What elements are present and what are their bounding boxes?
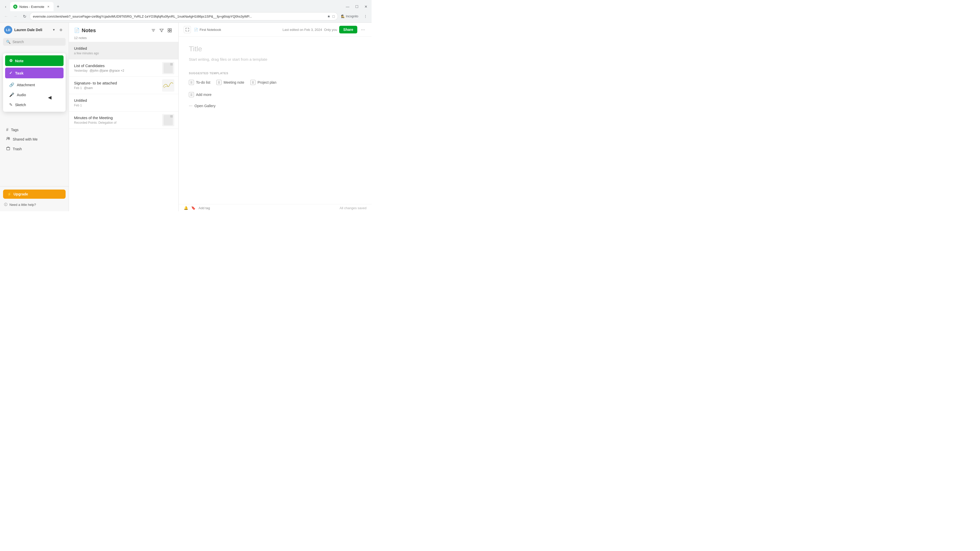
more-options-button[interactable]: ⋯ xyxy=(360,26,366,33)
editor-content[interactable]: Title Start writing, drag files or start… xyxy=(179,37,372,204)
extensions-button[interactable]: ⋮ xyxy=(361,12,369,21)
sidebar: LD Lauren Dale Deli ▼ ⚙ 🔍 Search ⚙ Note … xyxy=(0,23,69,211)
note-icon: ⚙ xyxy=(9,59,13,63)
add-tag-label: Add tag xyxy=(199,206,210,210)
note-title: Untitled xyxy=(74,98,173,103)
file-icon xyxy=(164,115,173,125)
tab-favicon: N xyxy=(13,5,18,9)
reminder-icon[interactable]: 🔔 xyxy=(184,206,188,210)
address-bar[interactable]: evernote.com/client/web?_sourcePage=ze9b… xyxy=(30,12,338,21)
add-more-button[interactable]: ☰ Add more xyxy=(189,91,361,98)
notes-title: Notes xyxy=(82,27,96,33)
trash-icon xyxy=(6,146,10,151)
note-meta: Yesterday @john @jane @grace +2 xyxy=(74,69,158,73)
search-placeholder: Search xyxy=(13,40,24,44)
attachment-icon: 🔗 xyxy=(9,83,14,87)
todo-label: To-do list xyxy=(196,80,210,84)
note-item[interactable]: List of Candidates Yesterday @john @jane… xyxy=(69,59,178,77)
incognito-icon: 🕵 xyxy=(341,14,345,18)
new-task-label: Task xyxy=(15,71,24,75)
open-gallery-button[interactable]: ⋯ Open Gallery xyxy=(189,103,361,109)
note-item[interactable]: Untitled Feb 1 xyxy=(69,94,178,111)
editor-body-placeholder[interactable]: Start writing, drag files or start from … xyxy=(189,57,361,62)
view-button[interactable] xyxy=(166,27,173,34)
svg-rect-5 xyxy=(168,30,169,32)
svg-rect-6 xyxy=(170,30,172,32)
upgrade-label: Upgrade xyxy=(14,192,28,196)
svg-rect-2 xyxy=(6,148,10,150)
upgrade-button[interactable]: ⚡ Upgrade xyxy=(3,189,65,199)
notebook-label: First Notebook xyxy=(200,28,221,32)
sort-button[interactable] xyxy=(150,27,157,34)
svg-point-1 xyxy=(8,138,10,139)
note-item[interactable]: Signature- to be attached Feb 1 @sam xyxy=(69,77,178,94)
add-more-icon: ☰ xyxy=(189,92,194,97)
sketch-label: Sketch xyxy=(15,103,26,107)
sidebar-item-tags[interactable]: # Tags xyxy=(2,125,67,134)
notebook-info[interactable]: 📄 First Notebook xyxy=(194,28,221,32)
new-sketch-button[interactable]: ✎ Sketch xyxy=(5,100,64,110)
bookmark-icon[interactable]: ★ xyxy=(327,14,331,18)
note-meta: Recorded Points: Delegation of xyxy=(74,121,158,124)
forward-button[interactable]: → xyxy=(11,12,19,21)
only-you-label: Only you xyxy=(324,28,337,32)
share-section: Last edited on Feb 3, 2024 Only you Shar… xyxy=(283,26,366,33)
new-task-button[interactable]: ✓ Task xyxy=(5,68,64,78)
new-note-button[interactable]: ⚙ Note xyxy=(5,56,64,66)
template-project-plan[interactable]: ☰ Project plan xyxy=(250,79,277,86)
tab-close-button[interactable]: ✕ xyxy=(46,5,51,9)
search-bar[interactable]: 🔍 Search xyxy=(3,38,65,46)
note-title: Minutes of the Meeting xyxy=(74,116,158,120)
new-attachment-button[interactable]: 🔗 Attachment xyxy=(5,80,64,90)
new-item-dropdown: ⚙ Note ✓ Task 🔗 Attachment 🎤 Audio ✎ Ske… xyxy=(3,53,65,112)
split-icon[interactable]: □ xyxy=(332,14,334,18)
add-tag-button[interactable]: Add tag xyxy=(199,206,210,210)
help-link[interactable]: ⓘ Need a little help? xyxy=(3,201,65,208)
sketch-icon: ✎ xyxy=(9,102,13,107)
user-dropdown-icon[interactable]: ▼ xyxy=(52,28,56,32)
notes-title-row: 📄 Notes xyxy=(74,27,173,34)
template-meeting-note[interactable]: ☰ Meeting note xyxy=(216,79,244,86)
upgrade-icon: ⚡ xyxy=(7,192,11,196)
tag-icon[interactable]: 🔖 xyxy=(191,206,196,210)
svg-rect-4 xyxy=(170,29,172,30)
sidebar-item-trash[interactable]: Trash xyxy=(2,144,67,154)
sidebar-item-trash-label: Trash xyxy=(13,147,22,151)
note-item[interactable]: Minutes of the Meeting Recorded Points: … xyxy=(69,111,178,129)
share-button[interactable]: Share xyxy=(339,26,357,33)
active-tab[interactable]: N Notes - Evernote ✕ xyxy=(10,2,54,11)
gallery-dots-icon: ⋯ xyxy=(189,104,192,108)
app-layout: LD Lauren Dale Deli ▼ ⚙ 🔍 Search ⚙ Note … xyxy=(0,23,372,211)
sidebar-footer: ⚡ Upgrade ⓘ Need a little help? xyxy=(0,186,68,211)
new-tab-button[interactable]: + xyxy=(55,3,62,10)
sidebar-item-shared[interactable]: Shared with Me xyxy=(2,135,67,144)
note-meta: Feb 1 @sam xyxy=(74,86,158,90)
status-bar: 🔔 🔖 Add tag All changes saved xyxy=(179,204,372,211)
note-item[interactable]: Untitled a few minutes ago xyxy=(69,42,178,59)
new-audio-button[interactable]: 🎤 Audio xyxy=(5,90,64,100)
back-button[interactable]: ← xyxy=(2,12,10,21)
reload-button[interactable]: ↻ xyxy=(21,12,29,21)
editor-panel: 📄 First Notebook Last edited on Feb 3, 2… xyxy=(179,23,372,211)
window-maximize-button[interactable]: ☐ xyxy=(353,3,360,10)
editor-title[interactable]: Title xyxy=(189,45,361,53)
last-edited: Last edited on Feb 3, 2024 xyxy=(283,28,322,32)
search-icon: 🔍 xyxy=(6,40,11,44)
settings-button[interactable]: ⚙ xyxy=(57,26,65,33)
tab-bar: ‹ N Notes - Evernote ✕ + ― ☐ ✕ xyxy=(0,0,372,11)
browser-back-nav[interactable]: ‹ xyxy=(2,3,9,10)
templates-label: SUGGESTED TEMPLATES xyxy=(189,72,361,75)
note-date: Feb 1 xyxy=(74,86,82,90)
notes-toolbar xyxy=(150,27,173,34)
sketch-preview xyxy=(162,79,174,92)
notes-list: Untitled a few minutes ago List of Candi… xyxy=(69,42,178,211)
filter-button[interactable] xyxy=(158,27,165,34)
window-minimize-button[interactable]: ― xyxy=(344,3,351,10)
template-todo[interactable]: ☰ To-do list xyxy=(189,79,210,86)
suggested-templates: SUGGESTED TEMPLATES ☰ To-do list ☰ Meeti… xyxy=(189,72,361,109)
meeting-note-label: Meeting note xyxy=(224,80,244,84)
window-close-button[interactable]: ✕ xyxy=(363,3,369,10)
tab-title: Notes - Evernote xyxy=(19,5,45,9)
expand-icon[interactable] xyxy=(184,26,191,33)
editor-header: 📄 First Notebook Last edited on Feb 3, 2… xyxy=(179,23,372,37)
